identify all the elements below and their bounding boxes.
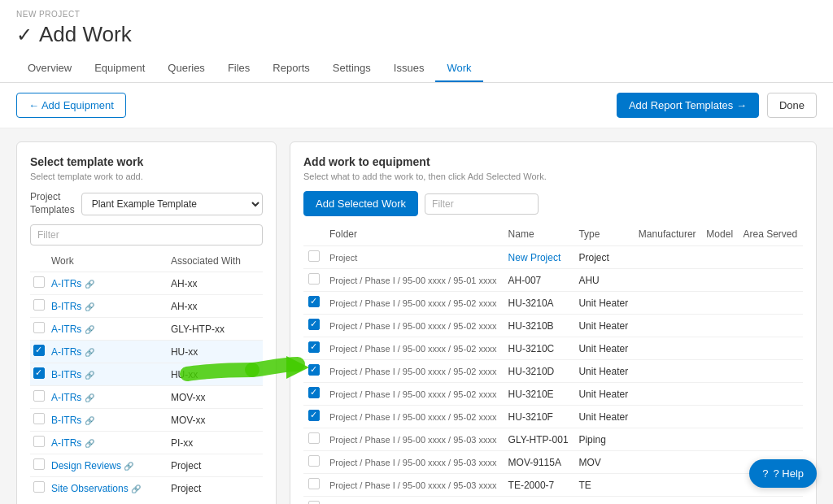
add-equipment-button[interactable]: ← Add Equipment bbox=[16, 93, 126, 118]
work-link[interactable]: A-ITRs bbox=[51, 346, 81, 358]
nav-tab-issues[interactable]: Issues bbox=[382, 55, 436, 82]
type-cell: Unit Heater bbox=[574, 315, 633, 337]
nav-tab-equipment[interactable]: Equipment bbox=[83, 55, 156, 82]
folder-cell: Project / Phase I / 95-00 xxxx / 95-03 x… bbox=[325, 474, 504, 497]
work-cell: A-ITRs 🔗 bbox=[48, 272, 168, 295]
nav-tab-settings[interactable]: Settings bbox=[321, 55, 382, 82]
name-cell: TE-2000-7 bbox=[504, 474, 574, 497]
col-manufacturer: Manufacturer bbox=[634, 224, 702, 246]
checkbox-unchecked[interactable] bbox=[33, 436, 45, 447]
type-cell: Piping bbox=[574, 497, 633, 505]
model-cell bbox=[701, 246, 738, 269]
work-cell: A-ITRs 🔗 bbox=[48, 318, 168, 341]
col-name: Name bbox=[504, 224, 574, 246]
right-table-row: Project / Phase I / 95-00 xxxx / 95-02 x… bbox=[303, 406, 803, 428]
help-button[interactable]: ? ? Help bbox=[749, 459, 817, 488]
associated-cell: HU-xx bbox=[168, 341, 263, 363]
manufacturer-cell bbox=[634, 451, 702, 474]
associated-cell: AH-xx bbox=[168, 272, 263, 295]
checkbox-unchecked[interactable] bbox=[33, 413, 45, 424]
right-table-row: Project / Phase I / 95-00 xxxx / 95-03 x… bbox=[303, 451, 803, 474]
nav-tab-queries[interactable]: Queries bbox=[156, 55, 216, 82]
folder-cell: Project / Phase I / 95-00 xxxx / 95-02 x… bbox=[325, 383, 504, 406]
work-link[interactable]: B-ITRs bbox=[51, 415, 81, 426]
right-table-row: Project / Phase I / 95-00 xxxx / 95-02 x… bbox=[303, 360, 803, 383]
add-work-bar: Add Selected Work bbox=[303, 191, 803, 216]
checkbox-checked[interactable] bbox=[308, 410, 320, 421]
col-area: Area Served bbox=[738, 224, 803, 246]
nav-tab-overview[interactable]: Overview bbox=[16, 55, 83, 82]
left-panel-subtitle: Select template work to add. bbox=[30, 172, 263, 181]
work-link[interactable]: Site Observations bbox=[51, 483, 129, 494]
checkbox-checked[interactable] bbox=[33, 367, 45, 379]
checkbox-checked[interactable] bbox=[308, 341, 320, 353]
model-cell bbox=[701, 497, 738, 505]
checkbox-checked[interactable] bbox=[308, 364, 320, 376]
checkbox-unchecked[interactable] bbox=[308, 432, 320, 444]
work-cell: B-ITRs 🔗 bbox=[48, 363, 168, 386]
add-report-templates-button[interactable]: Add Report Templates → bbox=[617, 93, 759, 118]
area-cell bbox=[738, 269, 803, 292]
left-table-row: A-ITRs 🔗AH-xx bbox=[30, 272, 263, 295]
associated-cell: Project bbox=[168, 477, 263, 500]
type-cell: Piping bbox=[574, 428, 633, 451]
left-table-row: B-ITRs 🔗AH-xx bbox=[30, 295, 263, 318]
type-cell: AHU bbox=[574, 269, 633, 292]
work-link[interactable]: A-ITRs bbox=[51, 392, 81, 403]
checkbox-unchecked[interactable] bbox=[308, 478, 320, 489]
checkbox-checked[interactable] bbox=[308, 319, 320, 330]
type-cell: Unit Heater bbox=[574, 337, 633, 360]
checkbox-checked[interactable] bbox=[33, 345, 45, 356]
done-button[interactable]: Done bbox=[767, 93, 817, 118]
right-table-row: Project / Phase I / 95-00 xxxx / 95-02 x… bbox=[303, 292, 803, 315]
checkbox-unchecked[interactable] bbox=[33, 458, 45, 470]
work-link[interactable]: Design Reviews bbox=[51, 460, 121, 471]
work-link[interactable]: A-ITRs bbox=[51, 437, 81, 449]
checkbox-checked[interactable] bbox=[308, 296, 320, 307]
checkbox-unchecked[interactable] bbox=[308, 250, 320, 262]
folder-cell: Project / Phase I / 95-00 xxxx / 95-02 x… bbox=[325, 360, 504, 383]
folder-cell: Project / Phase I / 95-00 xxxx / 95-02 x… bbox=[325, 406, 504, 428]
work-link[interactable]: A-ITRs bbox=[51, 324, 81, 335]
left-filter-input[interactable] bbox=[30, 224, 263, 245]
col-model: Model bbox=[701, 224, 738, 246]
checkbox-unchecked[interactable] bbox=[308, 273, 320, 285]
right-filter-input[interactable] bbox=[425, 193, 539, 215]
template-label: Project Templates bbox=[30, 191, 75, 216]
checkbox-unchecked[interactable] bbox=[33, 481, 45, 493]
nav-tab-work[interactable]: Work bbox=[435, 55, 482, 82]
template-select[interactable]: Plant Example Template bbox=[81, 193, 263, 215]
work-link[interactable]: A-ITRs bbox=[51, 278, 81, 289]
model-cell bbox=[701, 451, 738, 474]
nav-tab-files[interactable]: Files bbox=[216, 55, 261, 82]
link-icon: 🔗 bbox=[124, 462, 133, 471]
right-table: Folder Name Type Manufacturer Model Area… bbox=[303, 224, 803, 504]
model-cell bbox=[701, 360, 738, 383]
checkbox-checked[interactable] bbox=[308, 387, 320, 398]
folder-cell: Project / Phase I / 95-00 xxxx / 95-01 x… bbox=[325, 269, 504, 292]
page-title: ✓ Add Work bbox=[16, 22, 817, 47]
checkbox-unchecked[interactable] bbox=[33, 276, 45, 288]
manufacturer-cell bbox=[634, 497, 702, 505]
link-icon: 🔗 bbox=[85, 348, 94, 357]
model-cell bbox=[701, 406, 738, 428]
help-icon: ? bbox=[762, 467, 768, 480]
add-selected-work-button[interactable]: Add Selected Work bbox=[303, 191, 418, 216]
model-cell bbox=[701, 474, 738, 497]
checkbox-unchecked[interactable] bbox=[308, 455, 320, 467]
work-link[interactable]: B-ITRs bbox=[51, 301, 81, 312]
name-cell: HU-3210B bbox=[504, 315, 574, 337]
checkbox-unchecked[interactable] bbox=[308, 501, 320, 504]
model-cell bbox=[701, 383, 738, 406]
type-cell: Unit Heater bbox=[574, 292, 633, 315]
col-folder: Folder bbox=[325, 224, 504, 246]
left-table-row: A-ITRs 🔗HU-xx bbox=[30, 341, 263, 363]
manufacturer-cell bbox=[634, 292, 702, 315]
link-icon: 🔗 bbox=[85, 302, 94, 311]
checkbox-unchecked[interactable] bbox=[33, 299, 45, 311]
manufacturer-cell bbox=[634, 406, 702, 428]
checkbox-unchecked[interactable] bbox=[33, 390, 45, 402]
nav-tab-reports[interactable]: Reports bbox=[261, 55, 321, 82]
checkbox-unchecked[interactable] bbox=[33, 322, 45, 333]
work-link[interactable]: B-ITRs bbox=[51, 369, 81, 380]
